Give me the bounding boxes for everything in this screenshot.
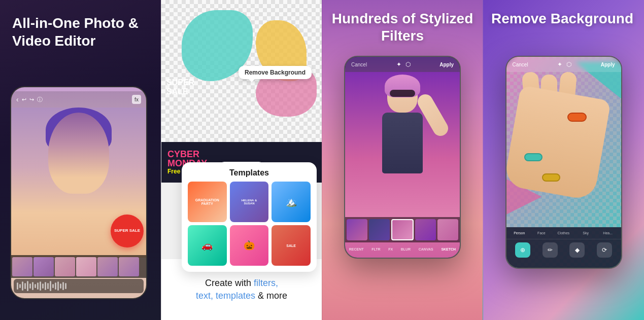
filmstrip-thumb-4 [76,257,96,276]
performer-body [382,113,423,173]
select-icon: ⊕ [520,246,525,254]
filter-thumb-4 [415,219,436,240]
template-thumb-6: SALE [272,225,311,266]
hand-rings [505,72,622,244]
filter-tab-recent[interactable]: RECENT [349,247,364,251]
back-icon: ‹ [16,95,19,103]
performer-head [387,77,418,113]
filter-tab-blur[interactable]: BLUR [401,247,411,251]
template-thumb-5: 🎃 [230,225,269,266]
filter-thumb-1 [347,219,367,240]
wave-bar [47,283,49,289]
wave-bar [24,283,26,289]
tab-hea[interactable]: Hea... [597,230,619,236]
ring-teal [524,153,543,161]
filmstrip-thumb-6 [119,257,139,276]
performer-glasses [390,90,415,97]
portrait-face [48,113,109,194]
sale-badge-text: SUPER SALE [114,229,140,233]
wave-bar [22,281,23,291]
wave-bar [42,283,44,289]
phone-inner-1: ‹ ↩ ↪ ⓘ fx Effects SUPER SALE [11,87,146,298]
templates-card: Templates GRADUATIONPARTY HELENA &SUSAN … [182,162,317,272]
filter-tab-fltr[interactable]: FLTR [371,247,380,251]
template-thumb-3: 🏔️ [272,182,311,222]
draw-icon: ◆ [575,246,580,254]
cancel-label: Cancel [351,62,367,67]
wave-bar [27,281,28,291]
wand-icon: ✦ [396,61,401,68]
toolbar-btn-group: ✦ ⬡ [396,61,411,68]
tab-face[interactable]: Face [530,230,553,236]
redo-icon: ↪ [29,96,34,103]
wave-bar [17,282,18,290]
wave-bar [52,284,54,288]
phone-toolbar-1: ‹ ↩ ↪ ⓘ fx [11,91,146,108]
info-icon: ⓘ [37,96,43,103]
invert-icon: ⟳ [602,246,607,254]
panel-4: Remove Background Cancel ✦ ⬡ Apply [483,0,644,320]
phone-filmstrip [11,255,146,278]
panel-3: Hundreds of Stylized Filters Cancel ✦ ⬡ … [322,0,483,320]
phone-inner-4: Cancel ✦ ⬡ Apply Person Face [506,57,621,268]
invert-action[interactable]: ⟳ [597,242,612,258]
apply-label: Apply [439,62,454,67]
template-thumb-graduation: GRADUATIONPARTY [188,182,227,222]
toolbar-center-icons: ✦ ⬡ [557,61,571,68]
tab-sky[interactable]: Sky [574,230,597,236]
wave-bar [50,281,51,291]
panel-3-title: Hundreds of Stylized Filters [322,10,483,44]
filmstrip-thumb-5 [97,257,118,276]
filmstrip-thumb-2 [33,257,54,276]
wave-bar [35,284,36,288]
wave-bar [45,282,46,290]
undo-icon: ↩ [22,96,26,103]
bottom-tabs: Person Face Clothes Sky Hea... [506,227,621,239]
panel-2-highlight: filters,text, templates [196,278,278,301]
phone-performer [345,72,460,217]
wave-bar [60,283,61,289]
phone-mockup-4: Cancel ✦ ⬡ Apply Person Face [505,56,622,269]
panel-2-description: Create with filters,text, templates & mo… [196,277,287,302]
wave-bar [65,283,66,289]
remove-action[interactable]: ✏ [543,242,558,258]
draw-action[interactable]: ◆ [569,242,585,258]
phone-toolbar-3: Cancel ✦ ⬡ Apply [345,57,460,72]
select-action[interactable]: ⊕ [515,242,530,258]
fx-icon[interactable]: fx [132,95,141,104]
phone-filter-strip [345,217,460,242]
wave-bar [62,282,64,290]
panel-1: All-in-One Photo & Video Editor ‹ ↩ ↪ ⓘ … [0,0,161,320]
cancel-label-4: Cancel [513,62,528,67]
wand-icon-4: ✦ [557,61,562,68]
panel-4-title: Remove Background [491,10,636,27]
wave-bar [32,282,33,290]
wave-bar [19,284,21,288]
filter-tab-sketch[interactable]: SKETCH [441,247,456,251]
phone-mockup-1: ‹ ↩ ↪ ⓘ fx Effects SUPER SALE [10,86,147,299]
performer-figure [362,77,443,209]
template-thumb-4: 🚗 [188,225,227,266]
wave-bar [37,282,39,290]
filmstrip-thumb-1 [12,257,32,276]
sale-badge: SUPER SALE [111,215,144,247]
remove-icon: ✏ [548,246,553,254]
wave-bar [57,281,59,291]
hand-palm [505,85,611,201]
tab-person[interactable]: Person [509,230,531,236]
tab-clothes[interactable]: Clothes [553,230,575,236]
filter-tab-fx[interactable]: FX [388,247,393,251]
phone-mockup-3: Cancel ✦ ⬡ Apply [344,56,461,259]
wave-bar [55,282,56,290]
filter-tab-canvas[interactable]: CANVAS [419,247,433,251]
phone-bottom-panel: Person Face Clothes Sky Hea... ⊕ ✏ ◆ [506,227,621,268]
wave-bar [29,283,31,289]
filter-thumb-2 [369,219,390,240]
panel-2: Remove Background CYBERMonday Free Shipp… [161,0,322,320]
phone-inner-3: Cancel ✦ ⬡ Apply [345,57,460,258]
filmstrip-thumb-3 [55,257,75,276]
super-sale-text: SUPERSALE [166,78,194,96]
filter-thumb-5 [437,219,458,240]
ring-gold [542,173,560,182]
apply-label-4: Apply [601,62,615,67]
